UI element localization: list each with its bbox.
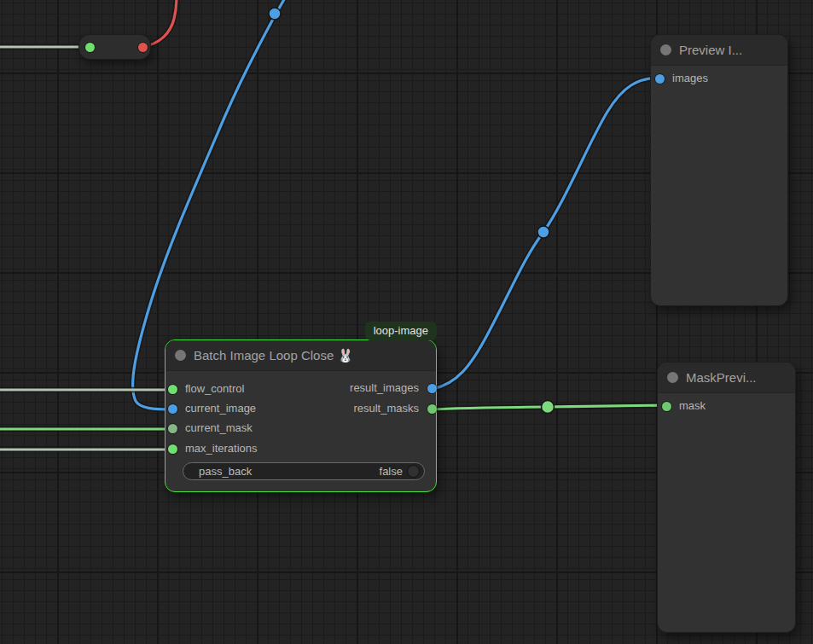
node-titlebar[interactable]: Batch Image Loop Close 🐰 [166,340,436,371]
link-midpoint-dot[interactable] [269,8,281,20]
node-title: Preview I... [679,35,742,65]
input-label-current-mask: current_mask [185,420,253,437]
node-preview-image[interactable]: Preview I... images [650,34,788,306]
input-label-current-image: current_image [185,400,256,417]
node-mask-preview[interactable]: MaskPrevi... mask [657,362,796,633]
widget-pass-back-toggle[interactable]: pass_back false [183,462,425,480]
toggle-knob-icon[interactable] [407,465,420,478]
link-midpoint-dot[interactable] [537,226,549,238]
input-port-current-mask[interactable] [168,424,177,433]
input-port-flow-control[interactable] [168,385,177,394]
collapsed-node-input-port[interactable] [85,43,95,52]
node-title: Batch Image Loop Close 🐰 [194,340,353,370]
link-midpoint-dot[interactable] [542,401,555,414]
graph-canvas[interactable]: loop-image Batch Image Loop Close 🐰 flow… [0,0,813,644]
widget-value: false [380,465,403,478]
widget-name: pass_back [199,465,380,478]
output-port-result-masks[interactable] [427,404,437,414]
collapsed-node-output-port[interactable] [138,43,148,52]
input-port-mask[interactable] [662,402,671,411]
collapse-dot-icon[interactable] [175,350,186,361]
input-port-images[interactable] [655,74,665,84]
collapse-dot-icon[interactable] [660,44,671,55]
output-label-result-masks: result_masks [353,400,419,417]
node-batch-image-loop-close[interactable]: loop-image Batch Image Loop Close 🐰 flow… [165,339,437,492]
input-label-mask: mask [679,397,706,415]
output-label-result-images: result_images [350,380,419,397]
node-title: MaskPrevi... [686,363,757,392]
input-port-current-image[interactable] [168,404,177,414]
collapsed-node[interactable] [78,34,151,60]
output-port-result-images[interactable] [427,384,437,393]
collapse-dot-icon[interactable] [667,372,678,383]
input-port-max-iterations[interactable] [168,444,177,454]
node-title-badge: loop-image [365,322,437,340]
node-titlebar[interactable]: Preview I... [651,35,787,66]
node-titlebar[interactable]: MaskPrevi... [658,363,795,393]
input-label-flow-control: flow_control [185,380,244,397]
input-label-images: images [672,70,708,87]
input-label-max-iterations: max_iterations [185,440,258,457]
